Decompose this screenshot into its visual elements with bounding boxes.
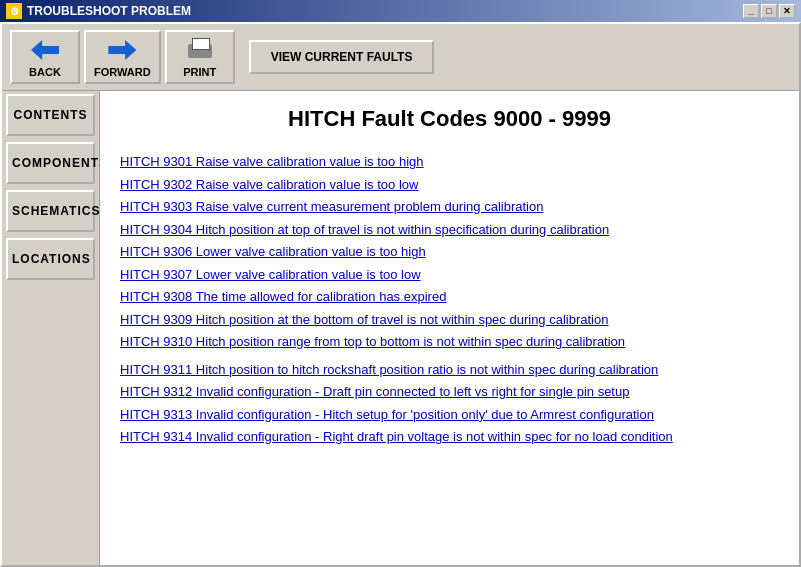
link-item-9305[interactable]: HITCH 9306 Lower valve calibration value… [120,242,779,262]
link-item-9313[interactable]: HITCH 9314 Invalid configuration - Right… [120,427,779,447]
minimize-button[interactable]: _ [743,4,759,18]
sidebar-schematics-label: SCHEMATICS [12,204,100,218]
link-item-9310[interactable]: HITCH 9311 Hitch position to hitch rocks… [120,360,779,380]
sidebar-locations-label: LOCATIONS [12,252,91,266]
main-window: BACK FORWARD PRINT VIEW CURRENT FAULTS C… [0,22,801,567]
sidebar-item-schematics[interactable]: SCHEMATICS [6,190,95,232]
link-item-9311[interactable]: HITCH 9312 Invalid configuration - Draft… [120,382,779,402]
forward-label: FORWARD [94,66,151,78]
link-item-9308[interactable]: HITCH 9309 Hitch position at the bottom … [120,310,779,330]
sidebar-components-label: COMPONENTS [12,156,108,170]
print-icon [184,36,216,64]
back-label: BACK [29,66,61,78]
print-button[interactable]: PRINT [165,30,235,84]
link-item-9302[interactable]: HITCH 9302 Raise valve calibration value… [120,175,779,195]
links-container: HITCH 9301 Raise valve calibration value… [120,152,779,447]
back-arrow [31,40,59,60]
back-button[interactable]: BACK [10,30,80,84]
print-label: PRINT [183,66,216,78]
link-item-9309[interactable]: HITCH 9310 Hitch position range from top… [120,332,779,352]
app-icon: ⚙ [6,3,22,19]
link-group-1: HITCH 9301 Raise valve calibration value… [120,152,779,352]
link-group-2: HITCH 9311 Hitch position to hitch rocks… [120,360,779,447]
main-content: HITCH Fault Codes 9000 - 9999 HITCH 9301… [100,91,799,565]
page-title: HITCH Fault Codes 9000 - 9999 [120,106,779,132]
title-bar-left: ⚙ TROUBLESHOOT PROBLEM [6,3,191,19]
content-area: CONTENTS COMPONENTS SCHEMATICS LOCATIONS… [2,91,799,565]
link-item-9312[interactable]: HITCH 9313 Invalid configuration - Hitch… [120,405,779,425]
close-button[interactable]: ✕ [779,4,795,18]
view-faults-label: VIEW CURRENT FAULTS [271,50,413,64]
title-controls[interactable]: _ □ ✕ [743,4,795,18]
link-item-9303[interactable]: HITCH 9303 Raise valve current measureme… [120,197,779,217]
link-item-9307[interactable]: HITCH 9308 The time allowed for calibrat… [120,287,779,307]
printer-shape [186,38,214,62]
forward-arrow [108,40,136,60]
sidebar-item-locations[interactable]: LOCATIONS [6,238,95,280]
sidebar-item-components[interactable]: COMPONENTS [6,142,95,184]
forward-button[interactable]: FORWARD [84,30,161,84]
view-faults-button[interactable]: VIEW CURRENT FAULTS [249,40,435,74]
toolbar: BACK FORWARD PRINT VIEW CURRENT FAULTS [2,24,799,91]
maximize-button[interactable]: □ [761,4,777,18]
sidebar: CONTENTS COMPONENTS SCHEMATICS LOCATIONS [2,91,100,565]
link-item-9306[interactable]: HITCH 9307 Lower valve calibration value… [120,265,779,285]
sidebar-contents-label: CONTENTS [14,108,88,122]
title-bar: ⚙ TROUBLESHOOT PROBLEM _ □ ✕ [0,0,801,22]
link-item-9301[interactable]: HITCH 9301 Raise valve calibration value… [120,152,779,172]
link-item-9304[interactable]: HITCH 9304 Hitch position at top of trav… [120,220,779,240]
title-text: TROUBLESHOOT PROBLEM [27,4,191,18]
content-scroll[interactable]: HITCH Fault Codes 9000 - 9999 HITCH 9301… [100,91,799,565]
forward-icon [106,36,138,64]
sidebar-item-contents[interactable]: CONTENTS [6,94,95,136]
back-icon [29,36,61,64]
